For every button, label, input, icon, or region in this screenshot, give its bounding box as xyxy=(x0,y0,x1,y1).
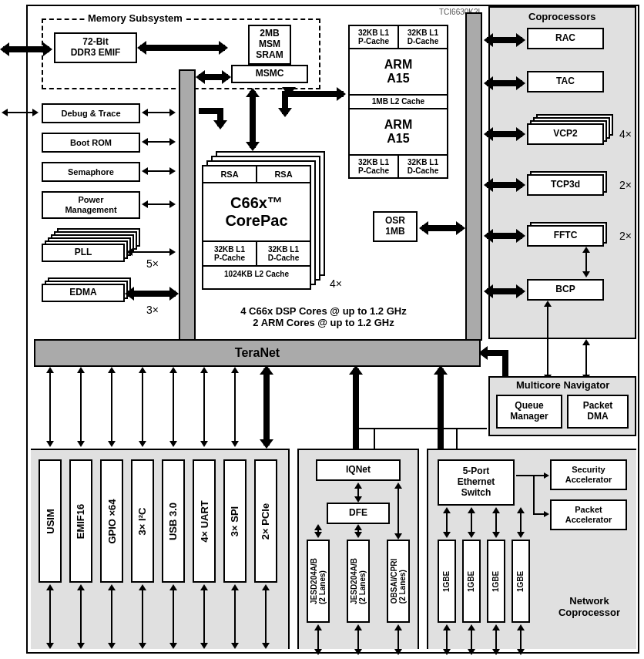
arm-a15-1: ARM A15 xyxy=(384,49,412,94)
fftc: FFTC xyxy=(527,225,604,247)
arrow xyxy=(3,46,49,52)
arm-top-l1d: 32KB L1 D-Cache xyxy=(399,26,447,49)
arrow xyxy=(49,368,51,445)
teranet-label: TeraNet xyxy=(235,346,280,360)
fftc-stack: FFTC xyxy=(527,222,610,250)
arm-bot-l1p: 32KB L1 P-Cache xyxy=(350,154,399,177)
semaphore: Semaphore xyxy=(42,162,140,182)
corepac-mult: 4× xyxy=(330,277,342,290)
arrow xyxy=(495,509,497,536)
arrow xyxy=(111,368,112,445)
arrow xyxy=(357,626,359,654)
arrow xyxy=(487,37,522,43)
line xyxy=(533,475,535,515)
arrow-head xyxy=(337,87,346,101)
arrow xyxy=(143,170,174,172)
teranet-stub-right xyxy=(465,12,482,341)
corepac-l1p: 32KB L1 P-Cache xyxy=(203,240,257,265)
line xyxy=(516,475,547,476)
arrow xyxy=(128,291,176,297)
arrow xyxy=(80,368,82,445)
gbe1: 1GBE xyxy=(438,540,456,623)
arrow xyxy=(263,368,270,445)
arrow xyxy=(471,509,472,536)
arrow xyxy=(143,112,174,113)
arrow xyxy=(317,526,319,536)
soc-diagram: TCI6630K2L TeraNet Memory Subsystem 72-B… xyxy=(0,0,644,659)
arrow xyxy=(471,626,472,654)
tcp3d-mult: 2× xyxy=(619,179,632,191)
arrow xyxy=(520,626,522,654)
navigator-title: Multicore Navigator xyxy=(516,379,609,391)
arrow xyxy=(111,586,112,647)
ddr3-emif: 72-Bit DDR3 EMIF xyxy=(54,32,137,63)
gbe3: 1GBE xyxy=(487,540,505,623)
arrow xyxy=(547,302,548,379)
debug-trace: Debug & Trace xyxy=(42,103,140,123)
tcp3d-stack: TCP3d xyxy=(527,171,610,199)
arrow xyxy=(140,45,225,51)
arrow xyxy=(203,368,205,445)
arrow xyxy=(357,526,359,536)
arm-bot-l1d: 32KB L1 D-Cache xyxy=(399,154,447,177)
arrow xyxy=(80,586,82,647)
uart: 4× UART xyxy=(193,459,216,583)
pll: PLL xyxy=(42,244,125,262)
arrow xyxy=(446,509,448,536)
arrow xyxy=(520,509,522,536)
spi: 3× SPI xyxy=(223,459,247,583)
arrow xyxy=(487,288,522,294)
bcp: BCP xyxy=(527,279,604,301)
arm-top-l1p: 32KB L1 P-Cache xyxy=(350,26,399,49)
arrow xyxy=(49,586,51,647)
arrow xyxy=(143,141,174,143)
arm-l2: 1MB L2 Cache xyxy=(350,94,447,109)
dfe: DFE xyxy=(327,503,390,524)
queue-manager: Queue Manager xyxy=(496,395,562,429)
arrow xyxy=(142,586,143,647)
corepac-l2: 1024KB L2 Cache xyxy=(203,265,310,282)
teranet-stub-left xyxy=(179,69,196,341)
tac: TAC xyxy=(527,71,604,92)
rsa2: RSA xyxy=(257,166,310,183)
arrow xyxy=(585,248,587,276)
edma: EDMA xyxy=(42,284,125,302)
packet-accel: Packet Accelerator xyxy=(550,499,627,530)
osr: OSR 1MB xyxy=(373,211,418,242)
i2c: 3× I²C xyxy=(131,459,154,583)
emif16: EMIF16 xyxy=(69,459,92,583)
fftc-mult: 2× xyxy=(619,230,632,242)
jesd2: JESD204A/B (2 Lanes) xyxy=(347,540,370,623)
iqnet: IQNet xyxy=(316,459,401,481)
arrow xyxy=(250,91,256,148)
gbe2: 1GBE xyxy=(462,540,481,623)
arrow xyxy=(487,182,522,188)
power-mgmt: Power Management xyxy=(42,191,140,219)
gbe4: 1GBE xyxy=(512,540,530,623)
edma-mult: 3× xyxy=(146,304,159,316)
arrow-head xyxy=(544,472,549,479)
vcp2-mult: 4× xyxy=(619,128,632,140)
corepac-l1d: 32KB L1 D-Cache xyxy=(257,240,310,265)
arrow xyxy=(495,626,497,654)
usb30: USB 3.0 xyxy=(162,459,185,583)
vcp2-stack: VCP2 xyxy=(527,114,613,145)
usim: USIM xyxy=(39,459,62,583)
arrow xyxy=(234,586,236,647)
arrow xyxy=(422,225,462,231)
teranet-bar: TeraNet xyxy=(34,339,481,367)
arrow xyxy=(234,368,236,445)
arrow xyxy=(317,626,319,654)
arm-a15-2: ARM A15 xyxy=(384,109,412,154)
obsai-cpri: OBSAI/CPRI (2 Lanes) xyxy=(387,540,410,623)
pll-stack: PLL xyxy=(42,228,140,262)
boot-rom: Boot ROM xyxy=(42,133,140,153)
memory-subsystem-title: Memory Subsystem xyxy=(85,12,186,24)
arrow xyxy=(438,368,444,458)
msm-sram: 2MB MSM SRAM xyxy=(248,25,291,65)
arrow xyxy=(3,112,37,113)
msmc: MSMC xyxy=(231,65,308,83)
arrow-head xyxy=(213,120,227,129)
pll-mult: 5× xyxy=(146,257,159,270)
arrow-head xyxy=(544,511,549,517)
